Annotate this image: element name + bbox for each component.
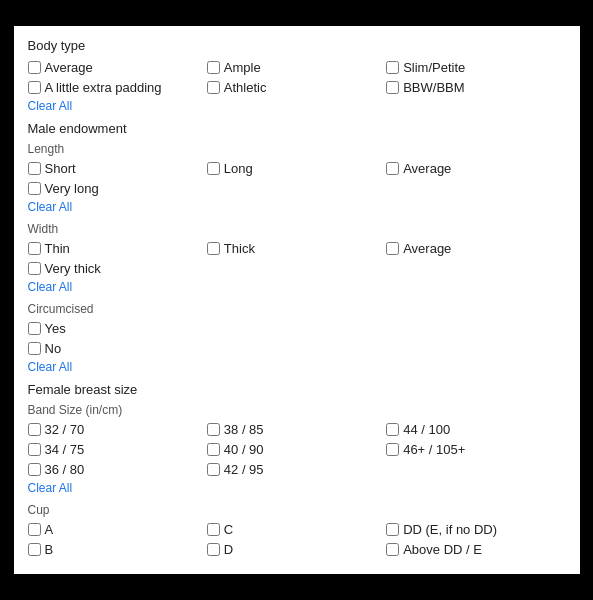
checkbox-no[interactable] [28, 342, 41, 355]
width-clear-all[interactable]: Clear All [28, 280, 566, 294]
checkbox-very-thick[interactable] [28, 262, 41, 275]
length-options: Short Long Average Very long [28, 160, 566, 197]
option-no[interactable]: No [28, 340, 566, 357]
checkbox-athletic[interactable] [207, 81, 220, 94]
checkbox-38-85[interactable] [207, 423, 220, 436]
female-breast-title: Female breast size [28, 382, 566, 397]
option-36-80[interactable]: 36 / 80 [28, 461, 207, 478]
checkbox-46-105[interactable] [386, 443, 399, 456]
option-42-95[interactable]: 42 / 95 [207, 461, 386, 478]
band-size-clear-all[interactable]: Clear All [28, 481, 566, 495]
option-short[interactable]: Short [28, 160, 207, 177]
option-average[interactable]: Average [28, 59, 207, 76]
checkbox-ample[interactable] [207, 61, 220, 74]
option-long[interactable]: Long [207, 160, 386, 177]
checkbox-slim-petite[interactable] [386, 61, 399, 74]
checkbox-thick[interactable] [207, 242, 220, 255]
checkbox-very-long[interactable] [28, 182, 41, 195]
option-average-length[interactable]: Average [386, 160, 565, 177]
length-subtitle: Length [28, 142, 566, 156]
option-very-thick[interactable]: Very thick [28, 260, 207, 277]
option-yes[interactable]: Yes [28, 320, 566, 337]
option-extra-padding[interactable]: A little extra padding [28, 79, 207, 96]
width-options: Thin Thick Average Very thick [28, 240, 566, 277]
checkbox-thin[interactable] [28, 242, 41, 255]
checkbox-34-75[interactable] [28, 443, 41, 456]
option-32-70[interactable]: 32 / 70 [28, 421, 207, 438]
male-endowment-section: Male endowment Length Short Long Average… [28, 121, 566, 374]
band-size-subtitle: Band Size (in/cm) [28, 403, 566, 417]
checkbox-average-width[interactable] [386, 242, 399, 255]
circumcised-options: Yes No [28, 320, 566, 357]
checkbox-42-95[interactable] [207, 463, 220, 476]
checkbox-average-length[interactable] [386, 162, 399, 175]
option-athletic[interactable]: Athletic [207, 79, 386, 96]
option-38-85[interactable]: 38 / 85 [207, 421, 386, 438]
option-thin[interactable]: Thin [28, 240, 207, 257]
option-cup-dd[interactable]: DD (E, if no DD) [386, 521, 565, 538]
checkbox-cup-d[interactable] [207, 543, 220, 556]
cup-options: A C DD (E, if no DD) B D Above DD / E [28, 521, 566, 558]
option-34-75[interactable]: 34 / 75 [28, 441, 207, 458]
body-type-title: Body type [28, 38, 566, 53]
circumcised-clear-all[interactable]: Clear All [28, 360, 566, 374]
width-subtitle: Width [28, 222, 566, 236]
option-cup-d[interactable]: D [207, 541, 386, 558]
body-type-clear-all[interactable]: Clear All [28, 99, 566, 113]
option-thick[interactable]: Thick [207, 240, 386, 257]
option-44-100[interactable]: 44 / 100 [386, 421, 565, 438]
checkbox-average[interactable] [28, 61, 41, 74]
option-cup-c[interactable]: C [207, 521, 386, 538]
checkbox-bbw[interactable] [386, 81, 399, 94]
checkbox-cup-dd[interactable] [386, 523, 399, 536]
option-ample[interactable]: Ample [207, 59, 386, 76]
checkbox-yes[interactable] [28, 322, 41, 335]
body-type-options-row1: Average Ample Slim/Petite A little extra… [28, 59, 566, 96]
option-bbw[interactable]: BBW/BBM [386, 79, 565, 96]
checkbox-cup-above-dd[interactable] [386, 543, 399, 556]
option-46-105[interactable]: 46+ / 105+ [386, 441, 565, 458]
checkbox-cup-a[interactable] [28, 523, 41, 536]
band-size-options: 32 / 70 38 / 85 44 / 100 34 / 75 40 / 90… [28, 421, 566, 478]
cup-subtitle: Cup [28, 503, 566, 517]
checkbox-extra-padding[interactable] [28, 81, 41, 94]
option-cup-b[interactable]: B [28, 541, 207, 558]
option-40-90[interactable]: 40 / 90 [207, 441, 386, 458]
checkbox-cup-c[interactable] [207, 523, 220, 536]
female-breast-section: Female breast size Band Size (in/cm) 32 … [28, 382, 566, 558]
checkbox-40-90[interactable] [207, 443, 220, 456]
length-clear-all[interactable]: Clear All [28, 200, 566, 214]
checkbox-32-70[interactable] [28, 423, 41, 436]
option-cup-above-dd[interactable]: Above DD / E [386, 541, 565, 558]
filter-panel: Body type Average Ample Slim/Petite A li… [12, 24, 582, 576]
option-slim-petite[interactable]: Slim/Petite [386, 59, 565, 76]
option-average-width[interactable]: Average [386, 240, 565, 257]
checkbox-36-80[interactable] [28, 463, 41, 476]
checkbox-long[interactable] [207, 162, 220, 175]
checkbox-44-100[interactable] [386, 423, 399, 436]
option-cup-a[interactable]: A [28, 521, 207, 538]
circumcised-subtitle: Circumcised [28, 302, 566, 316]
option-very-long[interactable]: Very long [28, 180, 207, 197]
checkbox-cup-b[interactable] [28, 543, 41, 556]
male-endowment-title: Male endowment [28, 121, 566, 136]
checkbox-short[interactable] [28, 162, 41, 175]
body-type-section: Body type Average Ample Slim/Petite A li… [28, 38, 566, 113]
